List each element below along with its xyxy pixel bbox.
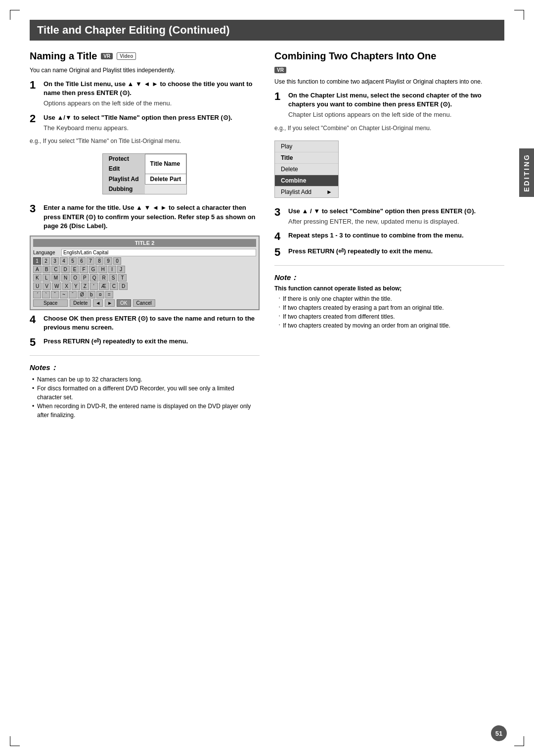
kb-key-c2: C xyxy=(110,283,118,290)
step-3-content: Enter a name for the title. Use ▲ ▼ ◄ ► … xyxy=(44,203,260,231)
kb-key-acute: ˊ xyxy=(33,291,41,298)
kb-title: TITLE 2 xyxy=(33,239,256,247)
kb-key-b: B xyxy=(43,266,51,273)
right-step-1-sub: Chapter List options appears on the left… xyxy=(288,110,504,119)
kb-key-f: F xyxy=(80,266,88,273)
side-tab: EDITING xyxy=(519,148,534,197)
kb-cancel-key: Cancel xyxy=(133,299,155,307)
step-5-content: Press RETURN (⏎) repeatedly to exit the … xyxy=(44,337,260,348)
kb-row-numbers: 1 2 3 4 5 6 7 8 9 0 xyxy=(33,257,256,265)
left-column: Naming a Title VR Video You can name Ori… xyxy=(30,50,260,420)
kb-key-ae: Æ xyxy=(99,283,109,290)
kb-language-value: English/Latin Capital xyxy=(61,249,256,256)
step-4-num: 4 xyxy=(30,314,40,332)
kb-key-j: J xyxy=(117,266,125,273)
right-column: Combining Two Chapters Into One VR Use t… xyxy=(274,50,504,420)
right-step-5: 5 Press RETURN (⏎) repeatedly to exit th… xyxy=(274,247,504,258)
vr-badge: VR xyxy=(101,53,113,59)
kb-key-n: N xyxy=(61,274,70,282)
kb-key-x: X xyxy=(62,283,71,290)
kb-ok-key: OK xyxy=(117,299,131,307)
menu-row-playlist: Playlist Ad Delete Part xyxy=(103,174,186,184)
right-menu-title: Title xyxy=(275,152,338,164)
right-step-4-text: Repeat steps 1 - 3 to continue to combin… xyxy=(288,231,504,240)
right-step-3-text: Use ▲ / ▼ to select "Combine" option the… xyxy=(288,207,504,216)
right-step-3-sub: After pressing ENTER, the new, updated m… xyxy=(288,217,504,226)
note-right-4: If two chapters created by moving an ord… xyxy=(277,321,504,330)
kb-key-m: M xyxy=(51,274,60,282)
kb-key-q: Q xyxy=(90,274,99,282)
corner-mark-bl xyxy=(10,736,20,746)
kb-key-currency: ¤ xyxy=(96,291,104,298)
menu-item-protect: Protect xyxy=(103,154,145,164)
page-number: 51 xyxy=(491,725,507,741)
kb-key-1: 1 xyxy=(33,257,41,265)
note-right-1: If there is only one chapter within the … xyxy=(277,294,504,303)
right-step-1-num: 1 xyxy=(274,91,284,120)
page-title: Title and Chapter Editing (Continued) xyxy=(37,24,229,36)
note-item-3: When recording in DVD-R, the entered nam… xyxy=(32,402,260,420)
kb-key-apos: ' xyxy=(90,283,98,290)
kb-key-a: A xyxy=(33,266,42,273)
step-5: 5 Press RETURN (⏎) repeatedly to exit th… xyxy=(30,337,260,348)
kb-key-macron: ˉ xyxy=(69,291,77,298)
kb-key-k: K xyxy=(33,274,42,282)
menu-item-edit: Edit xyxy=(103,164,145,174)
kb-key-circ: ˆ xyxy=(51,291,59,298)
kb-key-eq: = xyxy=(105,291,113,298)
menu-item-delete-part: Delete Part xyxy=(145,174,186,184)
right-step-1-text: On the Chapter List menu, select the sec… xyxy=(288,91,504,109)
kb-key-tilde: ~ xyxy=(60,291,68,298)
right-step-4-content: Repeat steps 1 - 3 to continue to combin… xyxy=(288,231,504,242)
corner-mark-tl xyxy=(10,10,20,20)
right-step-4-num: 4 xyxy=(274,231,284,242)
step-1-content: On the Title List menu, use ▲ ▼ ◄ ► to c… xyxy=(44,80,260,108)
kb-key-3: 3 xyxy=(51,257,59,265)
right-step-1: 1 On the Chapter List menu, select the s… xyxy=(274,91,504,120)
right-step-5-num: 5 xyxy=(274,247,284,258)
note-right-2: If two chapters created by erasing a par… xyxy=(277,303,504,312)
kb-key-7: 7 xyxy=(87,257,94,265)
step-1-text: On the Title List menu, use ▲ ▼ ◄ ► to c… xyxy=(44,80,260,97)
right-step-1-content: On the Chapter List menu, select the sec… xyxy=(288,91,504,120)
kb-language-row: Language English/Latin Capital xyxy=(33,249,256,256)
kb-key-e: E xyxy=(71,266,79,273)
kb-key-h: H xyxy=(98,266,107,273)
kb-key-y: Y xyxy=(72,283,80,290)
divider-right xyxy=(274,265,504,266)
step-2-text: Use ▲/▼ to select "Title Name" option th… xyxy=(44,113,260,122)
note-item-1: Names can be up to 32 characters long. xyxy=(32,375,260,384)
step-1-sub: Options appears on the left side of the … xyxy=(44,99,260,108)
kb-key-v: V xyxy=(43,283,51,290)
combining-intro: Use this function to combine two adjacen… xyxy=(274,77,504,86)
menu-item-dubbing: Dubbing xyxy=(103,184,145,194)
kb-key-d: D xyxy=(61,266,70,273)
step-4-text: Choose OK then press ENTER (⊙) to save t… xyxy=(44,314,260,332)
page-number-text: 51 xyxy=(495,730,502,737)
step-1: 1 On the Title List menu, use ▲ ▼ ◄ ► to… xyxy=(30,80,260,108)
naming-title-heading: Naming a Title VR Video xyxy=(30,50,260,62)
combining-label: Combining Two Chapters Into One xyxy=(274,50,436,62)
menu-item-playlist: Playlist Ad xyxy=(103,174,145,184)
step-2-content: Use ▲/▼ to select "Title Name" option th… xyxy=(44,113,260,133)
step-2-sub: The Keyboard menu appears. xyxy=(44,124,260,133)
corner-mark-br xyxy=(514,736,524,746)
side-tab-label: EDITING xyxy=(523,153,531,192)
right-step-5-text: Press RETURN (⏎) repeatedly to exit the … xyxy=(288,247,504,256)
combining-vr-badge: VR xyxy=(274,67,286,73)
kb-key-i: I xyxy=(108,266,116,273)
kb-space-key: Space xyxy=(33,299,68,307)
combining-heading: Combining Two Chapters Into One xyxy=(274,50,504,62)
kb-key-t: T xyxy=(118,274,126,282)
menu-mockup-container: Protect Title Name Edit Playlist Ad Dele… xyxy=(30,149,260,199)
step-3-num: 3 xyxy=(30,203,40,231)
right-menu-playlist-add: Playlist Add ► xyxy=(275,187,338,197)
right-menu-delete: Delete xyxy=(275,164,338,175)
step-4: 4 Choose OK then press ENTER (⊙) to save… xyxy=(30,314,260,332)
kb-key-b: b xyxy=(88,291,95,298)
kb-language-label: Language xyxy=(33,250,60,255)
kb-bottom-row: Space Delete ◄ ► OK Cancel xyxy=(33,299,256,307)
divider-left xyxy=(30,355,260,356)
step-5-text: Press RETURN (⏎) repeatedly to exit the … xyxy=(44,337,260,346)
step-1-num: 1 xyxy=(30,80,40,108)
